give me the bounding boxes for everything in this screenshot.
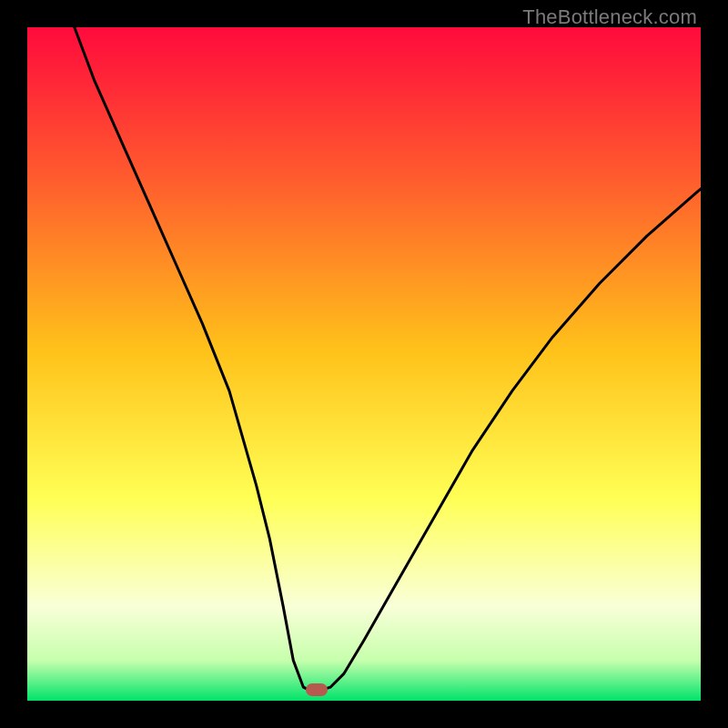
bottleneck-curve (27, 27, 701, 701)
watermark-text: TheBottleneck.com (522, 5, 697, 29)
optimum-marker (306, 683, 328, 696)
frame: TheBottleneck.com (0, 0, 728, 728)
plot-area (27, 27, 701, 701)
